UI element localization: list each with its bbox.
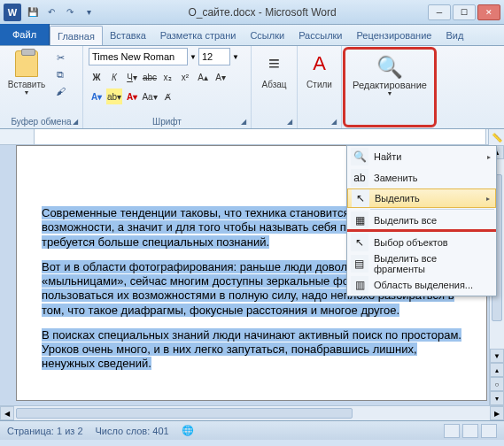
ruler-toggle-icon[interactable]: 📏 xyxy=(489,129,504,147)
shrink-font-button[interactable]: A▾ xyxy=(213,69,229,85)
menu-select-objects[interactable]: ↖ Выбор объектов xyxy=(347,232,496,253)
editing-dropdown-menu: 🔍 Найти ▸ ab Заменить ↖ Выделить ▸ ▦ Выд… xyxy=(346,145,497,296)
next-page-icon[interactable]: ▾ xyxy=(490,391,504,405)
cursor-select-icon: ↖ xyxy=(352,189,369,207)
pane-icon: ▥ xyxy=(351,276,368,294)
document-area: Современные тенденции таковы, что техник… xyxy=(0,145,504,405)
copy-icon[interactable]: ⧉ xyxy=(51,66,69,82)
ribbon-tabs: Файл Главная Вставка Разметка страни Ссы… xyxy=(0,25,504,46)
replace-icon: ab xyxy=(351,169,368,187)
tab-insert[interactable]: Вставка xyxy=(103,26,153,45)
status-language-icon[interactable]: 🌐 xyxy=(182,425,194,436)
bold-button[interactable]: Ж xyxy=(89,69,105,85)
styles-icon: A xyxy=(306,50,334,78)
window-title: О_сайте.docx - Microsoft Word xyxy=(97,6,428,19)
group-editing: 🔍 Редактирование ▼ xyxy=(343,47,437,127)
group-clipboard: Вставить ▼ ✂ ⧉ 🖌 Буфер обмена ◢ xyxy=(0,46,83,128)
subscript-button[interactable]: x₂ xyxy=(159,69,175,85)
grow-font-button[interactable]: A▴ xyxy=(195,69,211,85)
font-color-button[interactable]: A▾ xyxy=(124,88,140,104)
web-layout-view-button[interactable] xyxy=(481,424,497,438)
window-controls: ─ ☐ ✕ xyxy=(428,4,500,20)
print-layout-view-button[interactable] xyxy=(444,424,460,438)
horizontal-ruler[interactable]: 📏 ▤ xyxy=(0,129,504,145)
status-page[interactable]: Страница: 1 из 2 xyxy=(7,426,83,436)
menu-select[interactable]: ↖ Выделить ▸ xyxy=(347,188,496,208)
minimize-button[interactable]: ─ xyxy=(428,4,451,20)
paragraph-button[interactable]: ≡ Абзац xyxy=(257,48,291,89)
highlight-button[interactable]: ab▾ xyxy=(106,88,122,104)
clear-formatting-button[interactable]: A̸ xyxy=(159,88,175,104)
maximize-button[interactable]: ☐ xyxy=(453,4,476,20)
editing-button[interactable]: 🔍 Редактирование ▼ xyxy=(351,51,429,96)
text-effects-button[interactable]: A▾ xyxy=(89,88,105,104)
binoculars-icon: 🔍 xyxy=(376,55,403,80)
binoculars-small-icon: 🔍 xyxy=(351,148,368,165)
clipboard-launcher-icon[interactable]: ◢ xyxy=(70,116,81,127)
reading-view-button[interactable] xyxy=(462,424,478,438)
titlebar: W 💾 ↶ ↷ ▾ О_сайте.docx - Microsoft Word … xyxy=(0,0,504,25)
undo-icon[interactable]: ↶ xyxy=(43,4,59,20)
tab-review[interactable]: Рецензирование xyxy=(350,26,439,45)
select-all-icon: ▦ xyxy=(351,211,368,229)
clipboard-icon xyxy=(15,50,38,77)
styles-launcher-icon[interactable]: ◢ xyxy=(329,116,339,127)
menu-select-all[interactable]: ▦ Выделить все xyxy=(347,211,496,232)
save-icon[interactable]: 💾 xyxy=(25,4,41,20)
menu-replace[interactable]: ab Заменить xyxy=(347,167,496,188)
statusbar: Страница: 1 из 2 Число слов: 401 🌐 xyxy=(0,420,504,440)
group-paragraph: ≡ Абзац ◢ xyxy=(252,46,298,128)
tab-home[interactable]: Главная xyxy=(50,26,103,45)
qat-dropdown-icon[interactable]: ▾ xyxy=(81,4,97,20)
group-font: Times New Roman ▼ 12 ▼ Ж К Ч▾ abc x₂ x² … xyxy=(83,46,252,128)
strikethrough-button[interactable]: abc xyxy=(142,69,158,85)
close-button[interactable]: ✕ xyxy=(477,4,500,20)
prev-page-icon[interactable]: ▴ xyxy=(490,363,504,377)
superscript-button[interactable]: x² xyxy=(177,69,193,85)
group-styles: A Стили ◢ xyxy=(298,46,342,128)
paragraph-launcher-icon[interactable]: ◢ xyxy=(284,116,295,127)
pointer-icon: ↖ xyxy=(351,234,368,251)
format-painter-icon[interactable]: 🖌 xyxy=(51,83,69,99)
styles-button[interactable]: A Стили xyxy=(303,48,336,89)
menu-separator xyxy=(370,209,494,210)
font-size-combo[interactable]: 12 xyxy=(198,48,230,65)
menu-find[interactable]: 🔍 Найти ▸ xyxy=(347,146,496,167)
scroll-right-icon[interactable]: ▶ xyxy=(490,406,504,420)
fragments-icon: ▤ xyxy=(351,255,368,273)
italic-button[interactable]: К xyxy=(106,69,122,85)
clipboard-group-label: Буфер обмена xyxy=(5,116,77,128)
tab-view[interactable]: Вид xyxy=(438,26,470,45)
chevron-right-icon: ▸ xyxy=(487,153,491,161)
word-logo-icon: W xyxy=(4,4,21,21)
quick-access-toolbar: 💾 ↶ ↷ ▾ xyxy=(25,4,97,20)
font-group-label: Шрифт xyxy=(89,116,245,128)
horizontal-scrollbar[interactable]: ◀ ▶ xyxy=(0,405,504,420)
underline-button[interactable]: Ч▾ xyxy=(124,69,140,85)
font-name-combo[interactable]: Times New Roman xyxy=(89,48,188,65)
tab-page-layout[interactable]: Разметка страни xyxy=(153,26,244,45)
paste-label: Вставить xyxy=(8,80,45,89)
cut-icon[interactable]: ✂ xyxy=(51,50,69,65)
status-word-count[interactable]: Число слов: 401 xyxy=(96,426,169,436)
chevron-right-icon: ▸ xyxy=(486,195,490,203)
tab-references[interactable]: Ссылки xyxy=(243,26,291,45)
scroll-down-icon[interactable]: ▼ xyxy=(490,349,504,363)
hscroll-thumb[interactable] xyxy=(16,408,353,419)
change-case-button[interactable]: Aa▾ xyxy=(142,88,158,104)
paragraph-3: В поисках специальных знаний люди начина… xyxy=(42,328,461,371)
paste-button[interactable]: Вставить ▼ xyxy=(5,48,48,96)
view-buttons xyxy=(444,424,497,438)
ribbon: Вставить ▼ ✂ ⧉ 🖌 Буфер обмена ◢ Times Ne… xyxy=(0,46,504,129)
menu-select-fragments[interactable]: ▤ Выделить все фрагменты xyxy=(347,253,496,274)
tab-mailings[interactable]: Рассылки xyxy=(291,26,349,45)
browse-object-icon[interactable]: ○ xyxy=(490,377,504,391)
scroll-left-icon[interactable]: ◀ xyxy=(0,406,14,420)
font-launcher-icon[interactable]: ◢ xyxy=(238,116,249,127)
paragraph-icon: ≡ xyxy=(260,50,289,78)
file-tab[interactable]: Файл xyxy=(0,24,50,45)
menu-selection-pane[interactable]: ▥ Область выделения... xyxy=(347,274,496,296)
redo-icon[interactable]: ↷ xyxy=(62,4,78,20)
